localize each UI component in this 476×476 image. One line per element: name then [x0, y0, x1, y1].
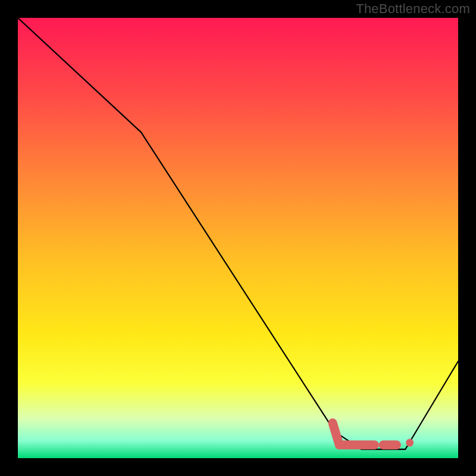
- attribution-text: TheBottleneck.com: [356, 1, 470, 17]
- chart-frame: TheBottleneck.com: [0, 0, 476, 476]
- chart-svg: [18, 18, 458, 458]
- gradient-background: [18, 18, 458, 458]
- highlight-dot: [406, 439, 414, 447]
- plot-area: [18, 18, 458, 458]
